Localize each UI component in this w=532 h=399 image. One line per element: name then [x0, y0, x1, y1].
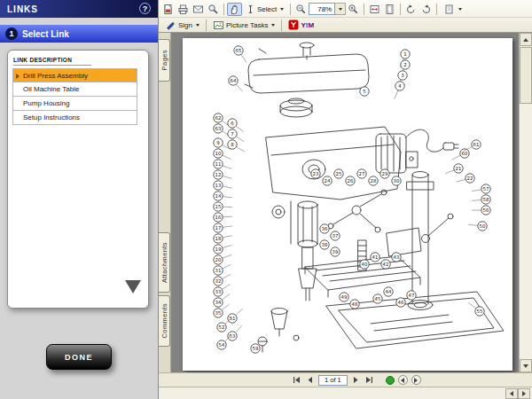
create-pdf-icon [162, 4, 174, 15]
page-indicator[interactable]: 1 of 1 [318, 375, 348, 386]
yahoo-messenger-button[interactable]: Y!M [285, 19, 317, 32]
select-tool-button[interactable]: Select [242, 3, 287, 16]
link-item-label: Oil Machine Table [23, 85, 79, 93]
link-item-pump-housing[interactable]: Pump Housing [12, 97, 137, 111]
sign-button-label: Sign [178, 21, 192, 29]
scroll-up-button[interactable] [520, 33, 532, 46]
svg-text:18: 18 [215, 236, 222, 241]
sign-pen-icon [165, 20, 176, 31]
svg-text:44: 44 [386, 289, 392, 294]
picture-tasks-button[interactable]: Picture Tasks [209, 19, 278, 32]
link-item-drill-press-assembly[interactable]: Drill Press Assembly [12, 68, 137, 82]
svg-text:64: 64 [231, 78, 237, 83]
svg-text:61: 61 [473, 142, 480, 147]
svg-text:40: 40 [362, 262, 368, 267]
rotate-left-icon [405, 4, 417, 15]
svg-text:51: 51 [230, 316, 236, 321]
picture-tasks-label: Picture Tasks [226, 21, 268, 29]
done-button[interactable]: DONE [46, 344, 112, 370]
previous-view-button[interactable] [398, 375, 408, 385]
next-view-button[interactable] [411, 375, 421, 385]
svg-text:33: 33 [215, 289, 222, 294]
link-item-setup-instructions[interactable]: Setup Instructions [12, 111, 137, 125]
svg-text:27: 27 [359, 171, 365, 176]
toolbar-separator [436, 4, 437, 15]
svg-text:65: 65 [236, 48, 242, 53]
svg-text:11: 11 [215, 161, 222, 167]
svg-text:3: 3 [401, 73, 403, 78]
fit-page-icon [384, 4, 395, 15]
svg-text:8: 8 [231, 142, 234, 147]
svg-text:41: 41 [372, 254, 379, 260]
svg-text:45: 45 [375, 296, 381, 301]
fit-page-button[interactable] [382, 3, 397, 16]
drill-press-exploded-diagram: 6512346456263678910111213141516171819203… [183, 38, 512, 371]
tab-attachments-label: Attachments [160, 242, 168, 283]
pdf-viewer: Select 78% [158, 0, 532, 399]
link-item-oil-machine-table[interactable]: Oil Machine Table [12, 82, 137, 97]
toolbar-row-2: Sign Picture Tasks Y!M [159, 17, 532, 32]
arrow-left-icon [401, 378, 404, 383]
workspace: Pages Attachments Comments [159, 33, 532, 372]
print-icon [177, 4, 189, 15]
svg-text:2: 2 [403, 62, 406, 67]
toolbar-row-1: Select 78% [159, 0, 532, 17]
rotate-left-button[interactable] [403, 3, 419, 16]
link-item-label: Drill Press Assembly [23, 72, 88, 80]
document-area: 6512346456263678910111213141516171819203… [171, 33, 519, 372]
view-mode-indicator[interactable] [386, 376, 395, 385]
print-button[interactable] [176, 3, 191, 16]
hand-tool-icon [229, 4, 240, 15]
fit-width-button[interactable] [367, 3, 382, 16]
svg-text:34: 34 [215, 300, 222, 305]
zoom-in-button[interactable] [346, 3, 361, 16]
email-button[interactable] [191, 3, 206, 16]
fit-width-icon [369, 4, 380, 15]
scroll-right-button[interactable] [518, 388, 530, 399]
tab-attachments[interactable]: Attachments [159, 232, 170, 293]
arrow-down-icon [523, 364, 528, 368]
page-indicator-value: 1 of 1 [325, 376, 341, 384]
links-panel-header: LINKS ? [0, 0, 158, 18]
first-page-icon [292, 375, 301, 385]
svg-text:38: 38 [322, 242, 328, 247]
zoom-level-dropdown-button[interactable] [335, 3, 346, 15]
first-page-button[interactable] [290, 374, 302, 386]
zoom-level-select[interactable]: 78% [309, 3, 335, 15]
vertical-scrollbar[interactable] [519, 33, 532, 372]
step-number-badge: 1 [5, 27, 18, 40]
email-icon [192, 4, 204, 15]
svg-text:21: 21 [456, 166, 462, 171]
svg-text:6: 6 [231, 121, 234, 126]
status-bar: 1 of 1 [159, 372, 532, 387]
svg-text:30: 30 [394, 178, 400, 184]
previous-page-button[interactable] [303, 374, 316, 386]
tab-comments[interactable]: Comments [159, 295, 170, 347]
svg-text:62: 62 [215, 115, 222, 121]
rotate-right-button[interactable] [419, 3, 434, 16]
scroll-down-button[interactable] [520, 359, 532, 372]
more-tools-button[interactable] [440, 3, 466, 16]
hand-tool-button[interactable] [227, 3, 242, 16]
search-button[interactable] [206, 3, 221, 16]
zoom-out-button[interactable] [293, 3, 309, 16]
create-pdf-button[interactable] [160, 3, 176, 16]
vertical-scrollbar-thumb[interactable] [520, 47, 532, 104]
svg-text:29: 29 [382, 171, 388, 176]
rotate-right-icon [420, 4, 432, 15]
horizontal-scrollbar[interactable] [159, 387, 532, 399]
scroll-left-button[interactable] [505, 388, 518, 399]
last-page-button[interactable] [364, 374, 376, 386]
list-scroll-down-icon[interactable] [125, 280, 141, 293]
sign-button[interactable]: Sign [161, 19, 203, 32]
svg-text:22: 22 [467, 176, 473, 181]
next-page-icon [351, 375, 361, 385]
toolbar-separator [206, 20, 207, 31]
help-button[interactable]: ? [139, 3, 151, 14]
tab-pages[interactable]: Pages [159, 39, 170, 82]
link-item-label: Setup Instructions [23, 113, 80, 121]
svg-text:37: 37 [332, 233, 339, 239]
toolbar-separator [364, 4, 364, 15]
next-page-button[interactable] [350, 374, 363, 386]
svg-text:25: 25 [336, 171, 342, 176]
